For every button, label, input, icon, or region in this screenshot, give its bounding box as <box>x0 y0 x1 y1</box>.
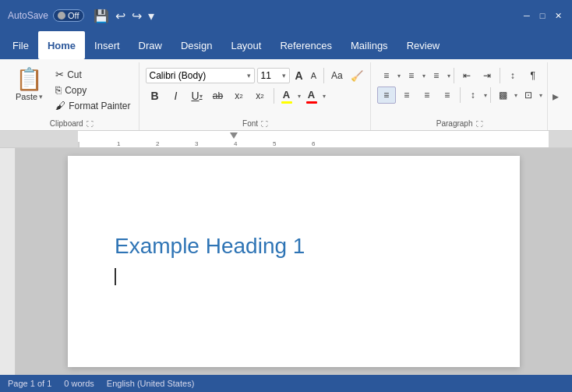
highlight-color-button[interactable]: A <box>278 87 295 106</box>
customize-icon[interactable]: ▾ <box>148 9 154 23</box>
format-painter-button[interactable]: 🖌 Format Painter <box>52 98 133 113</box>
highlight-icon: A <box>283 89 290 101</box>
font-size-arrow: ▾ <box>282 72 286 79</box>
title-bar: AutoSave Off 💾 ↩ ↪ ▾ ─ □ ✕ <box>0 0 572 31</box>
cursor-line <box>115 265 473 285</box>
font-name-selector[interactable]: Calibri (Body) ▾ <box>146 68 255 83</box>
align-right-button[interactable]: ≡ <box>418 87 436 104</box>
language: English (United States) <box>107 379 195 388</box>
superscript-button[interactable]: x2 <box>251 87 270 105</box>
bold-button[interactable]: B <box>146 87 164 105</box>
font-group: Calibri (Body) ▾ 11 ▾ A A Aa 🧹 <box>141 62 371 130</box>
ruler-indent-marker[interactable] <box>230 132 238 139</box>
font-shrink-button[interactable]: A <box>308 69 320 82</box>
format-painter-icon: 🖌 <box>55 100 65 111</box>
line-spacing-arrow-icon[interactable]: ▾ <box>484 92 487 99</box>
status-bar: Page 1 of 1 0 words English (United Stat… <box>0 375 572 392</box>
ribbon-overflow-icon: ▸ <box>553 89 559 104</box>
underline-button[interactable]: U ▾ <box>188 87 207 105</box>
save-icon[interactable]: 💾 <box>94 9 109 23</box>
ruler: | 1 2 3 4 5 6 <box>0 131 572 148</box>
doc-top-space <box>115 187 473 234</box>
menu-design[interactable]: Design <box>171 31 221 59</box>
menu-home[interactable]: Home <box>38 31 85 59</box>
numbered-list-button[interactable]: ≡ <box>402 67 421 84</box>
page-count: Page 1 of 1 <box>8 379 51 388</box>
clipboard-content: 📋 Paste ▾ ✂ Cut ⎘ Copy 🖌 Format Pa <box>9 62 134 119</box>
paragraph-label: Paragraph ⛶ <box>377 119 542 130</box>
bullet-list-button[interactable]: ≡ <box>377 67 396 84</box>
font-color-icon: A <box>308 89 315 101</box>
decrease-indent-button[interactable]: ⇤ <box>457 67 476 84</box>
font-size-selector[interactable]: 11 ▾ <box>257 68 290 83</box>
clipboard-group: 📋 Paste ▾ ✂ Cut ⎘ Copy 🖌 Format Pa <box>5 62 139 130</box>
para-separator1 <box>454 68 454 83</box>
change-case-button[interactable]: Aa <box>328 69 346 83</box>
document-area: Example Heading 1 <box>0 148 572 375</box>
clear-format-button[interactable]: 🧹 <box>348 67 365 84</box>
clear-format-icon: 🧹 <box>351 70 363 82</box>
undo-icon[interactable]: ↩ <box>115 9 125 23</box>
left-sidebar <box>0 148 16 375</box>
align-center-button[interactable]: ≡ <box>397 87 416 104</box>
line-spacing-button[interactable]: ↕ <box>464 87 482 104</box>
copy-label: Copy <box>65 85 87 96</box>
format-painter-label: Format Painter <box>69 101 130 111</box>
menu-review[interactable]: Review <box>397 31 450 59</box>
minimize-button[interactable]: ─ <box>521 9 533 22</box>
multilevel-list-button[interactable]: ≡ <box>427 67 446 84</box>
cut-icon: ✂ <box>55 69 64 80</box>
document-page[interactable]: Example Heading 1 <box>68 156 520 367</box>
numbered-arrow-icon[interactable]: ▾ <box>422 72 425 79</box>
font-expand-icon[interactable]: ⛶ <box>261 120 268 128</box>
paragraph-expand-icon[interactable]: ⛶ <box>476 120 483 128</box>
shading-button[interactable]: ▩ <box>494 87 513 104</box>
shading-arrow-icon[interactable]: ▾ <box>514 92 517 99</box>
paste-arrow-icon: ▾ <box>39 93 43 101</box>
autosave-toggle[interactable]: Off <box>53 9 83 22</box>
font-content: Calibri (Body) ▾ 11 ▾ A A Aa 🧹 <box>146 62 365 119</box>
para-separator3 <box>460 87 461 103</box>
copy-icon: ⎘ <box>55 84 62 96</box>
heading1-text: Example Heading 1 <box>115 234 473 259</box>
show-marks-button[interactable]: ¶ <box>524 67 542 84</box>
menu-draw[interactable]: Draw <box>129 31 171 59</box>
increase-indent-button[interactable]: ⇥ <box>478 67 496 84</box>
italic-button[interactable]: I <box>167 87 185 105</box>
highlight-arrow-icon[interactable]: ▾ <box>298 93 301 100</box>
subscript-button[interactable]: x2 <box>230 87 249 105</box>
ruler-tick-4: 4 <box>234 140 237 147</box>
bullet-arrow-icon[interactable]: ▾ <box>397 72 401 79</box>
paste-button[interactable]: 📋 Paste ▾ <box>9 65 49 104</box>
border-button[interactable]: ⊡ <box>519 87 538 104</box>
font-color-bar <box>306 101 317 104</box>
font-grow-button[interactable]: A <box>292 68 306 83</box>
justify-button[interactable]: ≡ <box>438 87 457 104</box>
close-button[interactable]: ✕ <box>552 9 564 22</box>
copy-button[interactable]: ⎘ Copy <box>52 83 133 97</box>
cut-button[interactable]: ✂ Cut <box>52 67 133 82</box>
maximize-button[interactable]: □ <box>536 9 549 22</box>
font-color-button[interactable]: A <box>303 87 320 106</box>
align-left-button[interactable]: ≡ <box>377 87 396 104</box>
strikethrough-button[interactable]: ab <box>209 87 228 105</box>
autosave-label: AutoSave <box>8 10 48 21</box>
paste-icon: 📋 <box>16 69 43 90</box>
multilevel-arrow-icon[interactable]: ▾ <box>447 72 450 79</box>
underline-arrow: ▾ <box>199 93 203 100</box>
menu-layout[interactable]: Layout <box>221 31 270 59</box>
menu-references[interactable]: References <box>270 31 341 59</box>
menu-insert[interactable]: Insert <box>85 31 129 59</box>
font-size-buttons: A A <box>292 68 320 83</box>
ruler-tick-5: 5 <box>273 140 276 147</box>
border-arrow-icon[interactable]: ▾ <box>539 92 542 99</box>
ribbon: 📋 Paste ▾ ✂ Cut ⎘ Copy 🖌 Format Pa <box>0 59 572 131</box>
sort-button[interactable]: ↕ <box>503 67 522 84</box>
ruler-tick-3: 3 <box>195 140 198 147</box>
font-color-arrow-icon[interactable]: ▾ <box>323 93 326 100</box>
menu-mailings[interactable]: Mailings <box>341 31 397 59</box>
ruler-tick-6: 6 <box>312 140 315 147</box>
redo-icon[interactable]: ↪ <box>132 9 142 23</box>
clipboard-expand-icon[interactable]: ⛶ <box>87 120 94 128</box>
menu-file[interactable]: File <box>3 31 38 59</box>
